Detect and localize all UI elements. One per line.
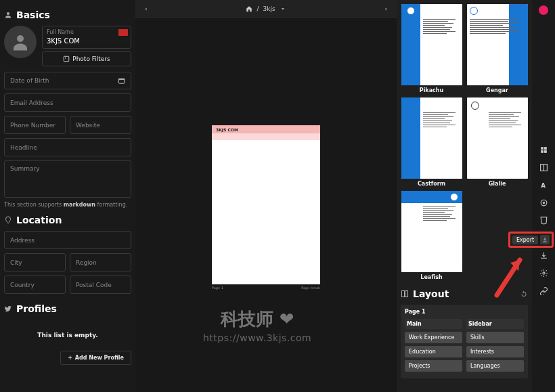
template-name: Glalie [489,181,506,187]
address-field[interactable] [4,231,131,249]
photo-filters-button[interactable]: Photo Filters [42,51,131,66]
layout-main-head: Main [405,319,462,329]
location-icon [4,216,12,224]
region-input[interactable] [76,259,125,266]
svg-rect-8 [541,147,543,150]
template-card[interactable]: Glalie [466,97,528,187]
region-field[interactable] [70,253,131,271]
summary-input[interactable] [10,165,125,191]
template-name: Castform [418,181,445,187]
layout-item[interactable]: Interests [466,346,524,357]
svg-point-3 [65,58,66,59]
export-button[interactable]: Export [512,236,538,244]
layout-page-box: Page 1 Main Work ExperienceEducationProj… [401,305,528,378]
postal-input[interactable] [76,282,125,288]
full-name-input[interactable] [47,37,127,45]
add-profile-button[interactable]: + Add New Profile [60,351,131,365]
home-icon[interactable] [246,5,252,12]
profiles-heading: Profiles [4,303,131,314]
layout-item[interactable]: Projects [405,360,462,372]
image-icon [63,56,70,62]
dob-input[interactable] [10,77,118,84]
svg-rect-11 [544,150,547,153]
website-field[interactable] [70,116,131,134]
layout-icon [401,290,409,298]
twitter-icon [4,305,12,313]
chevron-left-icon[interactable]: ‹ [145,5,148,12]
layout-item[interactable]: Education [405,346,462,357]
svg-rect-2 [64,56,69,62]
email-field[interactable] [4,93,131,112]
country-input[interactable] [10,282,60,288]
phone-field[interactable] [4,116,66,134]
theme-icon[interactable] [539,198,548,207]
svg-point-16 [542,201,544,203]
basics-heading: Basics [4,9,131,20]
phone-input[interactable] [10,122,60,129]
name-badge-icon [118,29,128,36]
profiles-empty: This list is empty. [4,320,131,351]
template-name: Gengar [486,87,508,93]
svg-text:A: A [541,181,546,188]
full-name-label: Full Name [47,29,127,35]
layout-item[interactable]: Work Experience [405,332,462,343]
rail-logo[interactable] [539,5,548,15]
headline-field[interactable] [4,138,131,156]
postal-field[interactable] [70,276,131,294]
svg-point-0 [7,12,9,15]
left-panel: Basics Full Name Photo Filters [0,0,135,392]
page-title: 3KJS COM [212,125,320,133]
user-icon [4,11,12,19]
person-icon [10,32,30,52]
chevron-right-icon[interactable]: › [384,5,387,12]
resume-page[interactable]: 3KJS COM Page 1 Page break [212,125,320,284]
svg-rect-6 [402,291,405,297]
country-field[interactable] [4,276,66,294]
svg-point-1 [17,35,24,42]
right-panel: PikachuGengarCastformGlalieLeafish Layou… [397,0,532,392]
layout-item[interactable]: Languages [466,360,524,372]
export-callout: Export [508,232,554,248]
markdown-hint: This section supports markdown formattin… [4,202,131,208]
avatar[interactable] [4,26,37,58]
right-rail: A [532,0,555,392]
svg-rect-10 [541,150,543,153]
breadcrumb: ‹ / 3kjs › [135,0,397,18]
template-card[interactable]: Gengar [466,4,528,93]
layout-rail-icon[interactable] [539,162,548,172]
location-heading: Location [4,215,131,225]
template-card[interactable]: Pikachu [401,4,462,93]
chevron-down-icon[interactable] [280,5,286,12]
calendar-icon [118,77,125,85]
city-field[interactable] [4,253,66,271]
center-preview: ‹ / 3kjs › 3KJS COM Page 1 Page break [135,0,397,392]
svg-rect-9 [544,147,547,150]
full-name-field[interactable]: Full Name [42,26,131,49]
layout-item[interactable]: Skills [466,332,524,343]
layout-sidebar-head: Sidebar [466,319,524,329]
summary-field[interactable] [4,160,131,198]
settings-icon[interactable] [539,268,548,278]
breadcrumb-name[interactable]: 3kjs [263,5,275,12]
annotation-arrow-icon [493,251,528,301]
template-name: Pikachu [420,87,443,93]
headline-input[interactable] [10,144,125,151]
city-input[interactable] [10,259,60,266]
template-card[interactable]: Leafish [401,191,462,280]
download-icon[interactable] [540,235,550,244]
typography-icon[interactable]: A [539,180,548,190]
svg-rect-7 [405,291,408,297]
address-input[interactable] [10,237,125,244]
email-input[interactable] [10,100,125,106]
template-name: Leafish [420,274,442,280]
export-rail-icon[interactable] [539,251,548,260]
svg-rect-4 [118,79,124,83]
templates-icon[interactable] [539,145,548,154]
link-icon[interactable] [539,286,548,295]
dob-field[interactable] [4,72,131,89]
website-input[interactable] [76,122,125,129]
css-icon[interactable] [539,215,548,225]
svg-point-22 [542,271,544,274]
template-card[interactable]: Castform [401,97,462,187]
